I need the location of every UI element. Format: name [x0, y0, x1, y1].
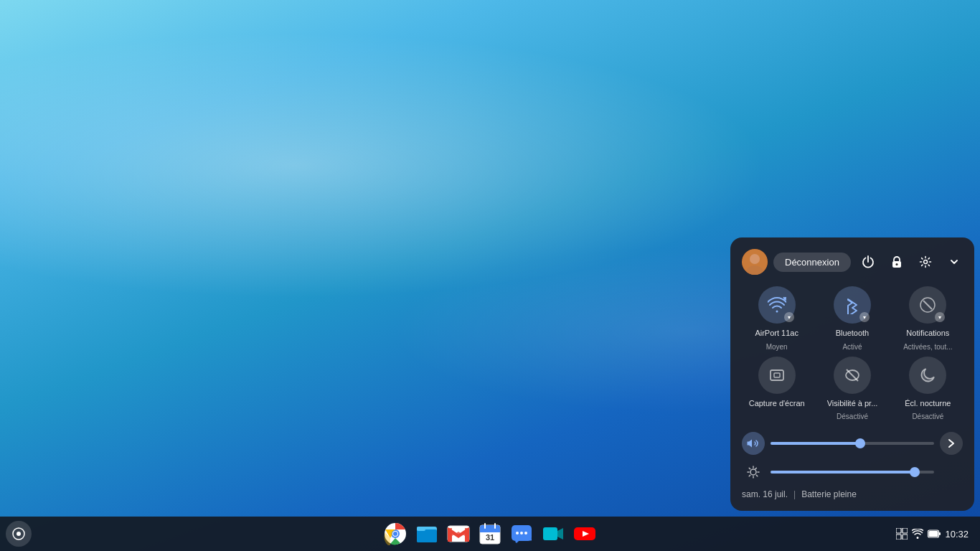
settings-button[interactable]	[914, 250, 937, 273]
svg-rect-37	[896, 528, 901, 533]
svg-point-4	[895, 263, 897, 265]
volume-track[interactable]	[771, 442, 934, 445]
bluetooth-dropdown-arrow: ▾	[859, 312, 870, 322]
volume-icon[interactable]	[742, 432, 765, 455]
taskbar-left	[6, 521, 34, 547]
nightlight-toggle[interactable]: Écl. nocturne Désactivé	[893, 357, 963, 420]
brightness-slider-row	[742, 461, 963, 484]
files-app-icon[interactable]	[413, 519, 441, 548]
svg-rect-23	[417, 527, 425, 531]
panel-header: Déconnexion	[742, 249, 963, 275]
svg-rect-35	[543, 527, 557, 540]
svg-rect-11	[774, 373, 780, 377]
nightlight-label: Écl. nocturne	[905, 398, 951, 408]
avatar[interactable]	[742, 249, 768, 275]
wifi-toggle[interactable]: ▾ AirPort 11ac Moyen	[742, 286, 811, 350]
screenshot-tray-icon	[896, 528, 908, 540]
footer-divider: |	[793, 489, 796, 499]
lock-button[interactable]	[885, 250, 908, 273]
panel-footer: sam. 16 juil. | Batterie pleine	[742, 489, 963, 499]
volume-fill	[771, 442, 860, 445]
notifications-sublabel: Activées, tout...	[903, 343, 952, 351]
svg-point-20	[393, 532, 397, 536]
logout-button[interactable]: Déconnexion	[773, 253, 851, 272]
svg-rect-39	[896, 534, 901, 540]
brightness-track[interactable]	[771, 471, 934, 474]
volume-thumb[interactable]	[855, 438, 865, 448]
taskbar-time: 10:32	[945, 529, 969, 540]
privacy-label: Visibilité à pr...	[827, 398, 878, 408]
svg-point-32	[516, 532, 519, 534]
privacy-sublabel: Désactivé	[837, 413, 868, 420]
volume-slider-row	[742, 432, 963, 455]
taskbar-apps: 31	[381, 519, 599, 548]
notifications-dropdown-arrow: ▾	[935, 312, 945, 322]
bluetooth-toggle-circle: ▾	[834, 286, 871, 324]
toggle-grid: ▾ AirPort 11ac Moyen ▾ Bluetooth Activé	[742, 286, 963, 420]
brightness-icon	[742, 461, 765, 484]
brightness-thumb[interactable]	[910, 467, 920, 477]
chrome-app-icon[interactable]	[381, 519, 410, 548]
brightness-fill	[771, 471, 915, 474]
bluetooth-sublabel: Activé	[842, 343, 862, 351]
svg-text:31: 31	[486, 533, 494, 542]
wifi-dropdown-arrow: ▾	[784, 312, 794, 322]
volume-next-button[interactable]	[940, 432, 963, 455]
svg-point-13	[750, 469, 756, 475]
svg-rect-10	[771, 370, 783, 380]
youtube-app-icon[interactable]	[570, 519, 599, 548]
battery-tray-icon	[928, 529, 941, 538]
taskbar: 31	[0, 517, 980, 551]
privacy-toggle-circle	[834, 357, 871, 394]
capture-toggle-circle	[758, 357, 796, 394]
wifi-toggle-circle: ▾	[758, 286, 796, 324]
notifications-toggle[interactable]: ▾ Notifications Activées, tout...	[893, 286, 963, 350]
wifi-sublabel: Moyen	[766, 343, 788, 351]
wifi-tray-icon	[912, 529, 923, 539]
svg-rect-38	[903, 528, 908, 533]
launcher-button[interactable]	[6, 521, 32, 547]
bluetooth-label: Bluetooth	[836, 328, 869, 338]
notifications-toggle-circle: ▾	[909, 286, 946, 324]
svg-line-9	[923, 301, 932, 309]
desktop: Déconnexion	[0, 0, 980, 551]
header-actions	[857, 250, 966, 273]
nightlight-toggle-circle	[909, 357, 946, 394]
svg-rect-42	[939, 532, 941, 535]
power-button[interactable]	[857, 250, 880, 273]
calendar-app-icon[interactable]: 31	[476, 519, 504, 548]
svg-rect-43	[929, 531, 938, 537]
capture-label: Capture d'écran	[749, 398, 805, 408]
privacy-toggle[interactable]: Visibilité à pr... Désactivé	[817, 357, 887, 420]
notifications-label: Notifications	[906, 328, 949, 338]
svg-point-1	[750, 254, 760, 264]
taskbar-right: 10:32	[890, 525, 974, 542]
footer-date: sam. 16 juil.	[742, 489, 788, 499]
svg-point-34	[524, 532, 527, 534]
wifi-label: AirPort 11ac	[755, 328, 798, 338]
footer-battery: Batterie pleine	[801, 489, 857, 499]
capture-toggle[interactable]: Capture d'écran	[742, 357, 811, 420]
messages-app-icon[interactable]	[507, 519, 536, 548]
svg-point-15	[17, 532, 21, 536]
svg-point-33	[520, 532, 523, 534]
nightlight-sublabel: Désactivé	[912, 413, 943, 420]
svg-point-5	[923, 260, 927, 264]
system-panel: Déconnexion	[730, 237, 974, 511]
svg-rect-27	[480, 529, 500, 532]
system-tray[interactable]: 10:32	[890, 525, 974, 542]
meet-app-icon[interactable]	[539, 519, 567, 548]
svg-rect-40	[903, 534, 908, 540]
chevron-down-icon[interactable]	[943, 250, 966, 273]
gmail-app-icon[interactable]	[444, 519, 473, 548]
svg-rect-22	[417, 529, 437, 542]
bluetooth-toggle[interactable]: ▾ Bluetooth Activé	[817, 286, 887, 350]
